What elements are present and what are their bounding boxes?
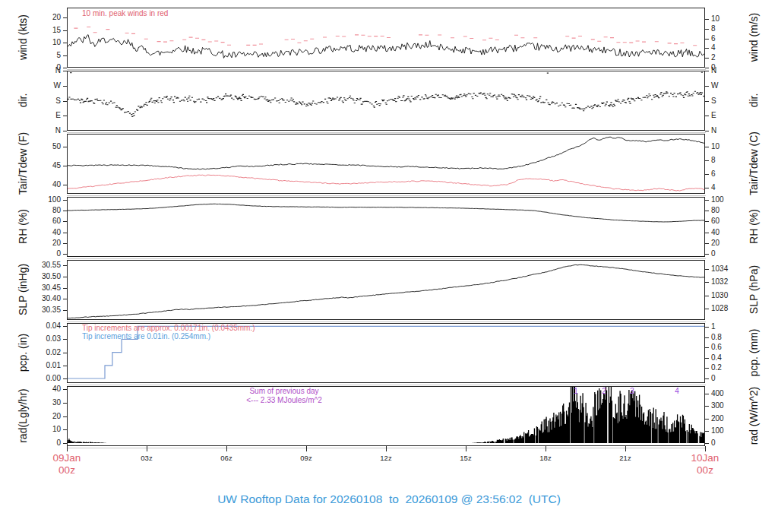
- axis-tick: [63, 68, 67, 68]
- panel-frame: [68, 135, 705, 194]
- axis-tick: [63, 299, 67, 299]
- axis-tick: [63, 233, 67, 233]
- axis-tick: [705, 200, 709, 201]
- panel-frame: [68, 71, 705, 131]
- y-axis-tick-label: 1032: [711, 277, 749, 287]
- axis-tick: [63, 166, 67, 166]
- panel-separator: [67, 385, 706, 385]
- panel-annotation: Tip increments are 0.01in. (0.254mm.): [82, 332, 210, 340]
- y-axis-tick-label: 100: [711, 195, 749, 204]
- series-sea-level-pressure: [67, 264, 705, 318]
- y-axis-tick-label: 80: [711, 206, 749, 215]
- panel-frame: [68, 261, 705, 320]
- axis-tick: [63, 389, 67, 390]
- x-axis-hour-label: 03z: [131, 454, 162, 462]
- panel-separator: [67, 258, 706, 259]
- x-axis-end-date: 10Jan 00z: [682, 452, 728, 477]
- y-axis-tick-label: 0.4: [711, 353, 749, 363]
- x-axis-tick: [625, 446, 626, 451]
- x-axis-tick: [386, 446, 387, 451]
- axis-tick: [63, 17, 67, 18]
- y-axis-tick-label: 1030: [711, 291, 749, 300]
- panel-separator: [67, 195, 706, 196]
- panel-frame: [68, 198, 705, 257]
- panel-annotation: Sum of previous day: [170, 387, 398, 395]
- panel-plot-relative-humidity: [67, 197, 705, 257]
- axis-tick: [705, 243, 709, 244]
- axis-tick: [705, 221, 709, 222]
- axis-tick: [705, 39, 709, 40]
- axis-tick: [63, 277, 67, 277]
- axis-tick: [63, 71, 67, 71]
- axis-tick: [63, 243, 67, 244]
- axis-tick: [63, 43, 67, 43]
- axis-tick: [705, 327, 709, 328]
- axis-tick: [705, 296, 709, 296]
- axis-tick: [63, 116, 67, 116]
- axis-tick: [705, 233, 709, 233]
- x-axis-tick: [466, 446, 466, 451]
- panel-separator: [67, 132, 706, 133]
- y-axis-tick-label: 10: [711, 14, 749, 24]
- y-axis-tick-label: E: [711, 111, 749, 120]
- end-date-line: 10Jan: [682, 452, 728, 464]
- axis-tick: [63, 416, 67, 417]
- y-axis-tick-label: 40: [711, 228, 749, 237]
- y-axis-tick-label: 0: [711, 439, 749, 448]
- axis-tick: [63, 443, 67, 444]
- series-relative-humidity: [67, 204, 705, 222]
- y-axis-tick-label: 0: [711, 249, 749, 258]
- axis-tick: [705, 71, 709, 71]
- x-axis-tick: [67, 446, 68, 451]
- x-axis-start-date: 09Jan 00z: [44, 452, 90, 477]
- axis-tick: [63, 288, 67, 289]
- x-axis-tick: [147, 446, 147, 451]
- x-axis-tick: [705, 446, 706, 451]
- axis-tick: [705, 58, 709, 59]
- axis-tick: [705, 116, 709, 116]
- axis-tick: [705, 378, 709, 379]
- y-axis-tick-label: W: [711, 81, 749, 90]
- axis-tick: [63, 265, 67, 266]
- axis-tick: [63, 429, 67, 430]
- axis-tick: [63, 378, 67, 379]
- axis-tick: [705, 358, 709, 359]
- axis-tick: [63, 339, 67, 340]
- axis-tick: [63, 353, 67, 353]
- panel-separator: [67, 321, 706, 322]
- axis-tick: [63, 200, 67, 201]
- axis-tick: [705, 147, 709, 147]
- axis-tick: [705, 174, 709, 175]
- series-wind-avg: [67, 35, 705, 59]
- axis-tick: [63, 403, 67, 404]
- axis-tick: [63, 366, 67, 366]
- series-wind-peak-10min: [74, 27, 697, 46]
- axis-tick: [705, 254, 709, 255]
- y-axis-tick-label: 1: [711, 322, 749, 331]
- x-axis-hour-label: 18z: [530, 454, 561, 462]
- axis-tick: [705, 188, 709, 188]
- x-axis-hour-label: 06z: [211, 454, 242, 462]
- series-tdew: [67, 175, 705, 191]
- y-axis-tick-label: 4: [711, 183, 749, 192]
- axis-tick: [63, 221, 67, 222]
- y-axis-tick-label: 0.6: [711, 343, 749, 352]
- y-axis-title-right: rad (W/m^2): [748, 340, 760, 492]
- y-axis-tick-label: 100: [711, 426, 749, 435]
- y-axis-tick-label: 0.2: [711, 363, 749, 372]
- uw-rooftop-weather-chart: 10 min. peak winds in red051015200246810…: [0, 0, 778, 532]
- axis-tick: [63, 131, 67, 131]
- y-axis-tick-label: S: [711, 97, 749, 106]
- axis-tick: [705, 211, 709, 211]
- y-axis-tick-label: 0.8: [711, 333, 749, 342]
- panel-plot-wind-direction: [67, 71, 705, 131]
- axis-tick: [705, 29, 709, 30]
- x-axis-hour-label: 15z: [451, 454, 481, 462]
- axis-tick: [705, 19, 709, 20]
- chart-title: UW Rooftop Data for 20260108 to 20260109…: [0, 492, 778, 506]
- panel-annotation: 10 min. peak winds in red: [82, 9, 168, 17]
- axis-tick: [705, 394, 709, 394]
- axis-tick: [63, 86, 67, 87]
- y-axis-title-left: rad(Lgly/hr): [17, 340, 29, 492]
- axis-tick: [705, 101, 709, 102]
